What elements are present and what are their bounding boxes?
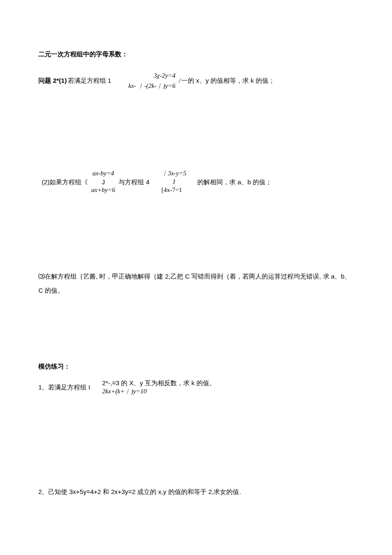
q2-1-eq-bot: kx- ︳-(2k-︳)y=6 xyxy=(128,81,175,91)
p1-prefix: 1、若满足方程组 I xyxy=(38,382,90,392)
q2-2-sys1: ax-by=4 J ax+by=6 xyxy=(91,169,115,195)
section-title: 二元一次方程组中的字母系数： xyxy=(38,49,354,59)
practice-title: 模仿练习： xyxy=(38,361,354,372)
q2-1-tail: 的 x、y 的值相等，求 k 的值； xyxy=(188,77,275,85)
q2-2-sys2: ︳3x-y=5 J [4x-7=1 xyxy=(161,169,186,195)
q2-2-sys1-bot: ax+by=6 xyxy=(91,186,115,195)
q2-2-sys2-top: ︳3x-y=5 xyxy=(161,169,186,178)
question-2-1: 问题 2*(1) 若满足方程组 1 3χ-2y=4 kx- ︳-(2k-︳)y=… xyxy=(38,69,354,93)
p1-bot: 2kx+(k+︳)y=10 xyxy=(102,387,216,395)
q2-1-eq-top: 3χ-2y=4 xyxy=(154,70,176,81)
p1-top: 2*-,=3 xyxy=(102,379,119,387)
practice-2: 2、己知使 3x+5y=4+2 和 2x+3y=2 成立的 x,y 的值的和等于… xyxy=(38,487,354,497)
q2-1-text1: 若满足方程组 1 xyxy=(68,76,112,86)
question-2-3: ⑶在解方程组｛艺酱, 时，甲正确地解得｛建 2,乙把 C 写错而得到｛着，若两人… xyxy=(38,269,354,297)
q2-1-eq-slash: /一 xyxy=(179,77,187,85)
q2-1-prefix: 问题 2*(1) xyxy=(38,76,67,86)
q2-2-sys1-mid: J xyxy=(102,178,105,186)
q2-2-sys2-mid: J xyxy=(173,178,175,186)
question-2-2: (2)如果方程组《 ax-by=4 J ax+by=6 与方程组 4 ︳3x-y… xyxy=(38,169,354,195)
q2-2-sys1-top: ax-by=4 xyxy=(92,169,114,178)
practice-1: 1、若满足方程组 I 2*-,=3 的 X、y 互为相反数，求 k 的值。 2k… xyxy=(38,379,354,395)
q2-2-sys2-bot: [4x-7=1 xyxy=(161,186,182,195)
p1-system: 2*-,=3 的 X、y 互为相反数，求 k 的值。 2kx+(k+︳)y=10 xyxy=(102,379,216,395)
q2-2-mid: 与方程组 4 xyxy=(118,177,150,187)
p1-tail: 的 X、y 互为相反数，求 k 的值。 xyxy=(121,379,216,387)
q2-2-prefix: (2)如果方程组《 xyxy=(42,177,88,187)
q2-2-tail: 的解相同，求 a、b 的值； xyxy=(197,177,272,187)
